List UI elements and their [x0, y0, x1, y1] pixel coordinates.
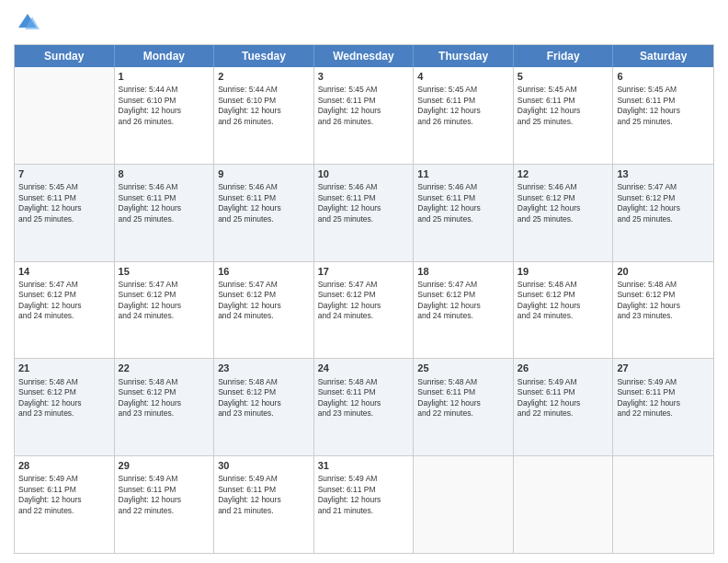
calendar-cell: 2Sunrise: 5:44 AM Sunset: 6:10 PM Daylig…	[214, 67, 314, 164]
day-info: Sunrise: 5:48 AM Sunset: 6:11 PM Dayligh…	[417, 377, 509, 419]
calendar-cell: 1Sunrise: 5:44 AM Sunset: 6:10 PM Daylig…	[115, 67, 215, 164]
day-number: 22	[119, 362, 210, 374]
header-day-friday: Friday	[514, 45, 614, 67]
day-number: 11	[417, 167, 509, 180]
day-number: 14	[18, 265, 110, 278]
calendar-cell: 13Sunrise: 5:47 AM Sunset: 6:12 PM Dayli…	[613, 165, 713, 261]
calendar-header: SundayMondayTuesdayWednesdayThursdayFrid…	[15, 45, 713, 67]
calendar-cell: 22Sunrise: 5:48 AM Sunset: 6:12 PM Dayli…	[115, 359, 215, 455]
day-info: Sunrise: 5:47 AM Sunset: 6:12 PM Dayligh…	[318, 280, 410, 322]
header-day-sunday: Sunday	[15, 45, 115, 67]
calendar-cell: 11Sunrise: 5:46 AM Sunset: 6:11 PM Dayli…	[414, 165, 514, 261]
day-number: 23	[218, 362, 310, 374]
calendar-cell	[414, 456, 514, 553]
day-number: 4	[417, 70, 509, 83]
calendar-cell: 14Sunrise: 5:47 AM Sunset: 6:12 PM Dayli…	[15, 262, 115, 359]
day-number: 24	[318, 362, 410, 374]
day-number: 28	[18, 459, 110, 472]
calendar-cell	[15, 67, 115, 164]
day-number: 27	[617, 362, 710, 374]
calendar-cell: 5Sunrise: 5:45 AM Sunset: 6:11 PM Daylig…	[514, 67, 614, 164]
calendar-cell: 4Sunrise: 5:45 AM Sunset: 6:11 PM Daylig…	[414, 67, 514, 164]
day-info: Sunrise: 5:45 AM Sunset: 6:11 PM Dayligh…	[417, 85, 509, 127]
day-number: 19	[518, 265, 609, 278]
calendar-cell: 28Sunrise: 5:49 AM Sunset: 6:11 PM Dayli…	[15, 456, 115, 553]
day-info: Sunrise: 5:49 AM Sunset: 6:11 PM Dayligh…	[119, 474, 210, 516]
day-info: Sunrise: 5:47 AM Sunset: 6:12 PM Dayligh…	[218, 280, 310, 322]
logo	[14, 9, 45, 37]
day-info: Sunrise: 5:49 AM Sunset: 6:11 PM Dayligh…	[18, 474, 110, 516]
calendar-row-1: 1Sunrise: 5:44 AM Sunset: 6:10 PM Daylig…	[15, 67, 713, 165]
day-number: 18	[417, 265, 509, 278]
calendar-cell	[514, 456, 614, 553]
day-info: Sunrise: 5:45 AM Sunset: 6:11 PM Dayligh…	[18, 182, 110, 224]
calendar-cell: 7Sunrise: 5:45 AM Sunset: 6:11 PM Daylig…	[15, 165, 115, 261]
day-number: 29	[119, 459, 210, 472]
day-number: 25	[417, 362, 509, 374]
day-info: Sunrise: 5:47 AM Sunset: 6:12 PM Dayligh…	[119, 280, 210, 322]
day-info: Sunrise: 5:47 AM Sunset: 6:12 PM Dayligh…	[617, 182, 710, 224]
calendar-cell: 17Sunrise: 5:47 AM Sunset: 6:12 PM Dayli…	[314, 262, 415, 359]
calendar-cell: 3Sunrise: 5:45 AM Sunset: 6:11 PM Daylig…	[314, 67, 415, 164]
day-info: Sunrise: 5:49 AM Sunset: 6:11 PM Dayligh…	[617, 377, 710, 419]
calendar-cell: 27Sunrise: 5:49 AM Sunset: 6:11 PM Dayli…	[613, 359, 713, 455]
day-info: Sunrise: 5:48 AM Sunset: 6:12 PM Dayligh…	[617, 280, 710, 322]
day-number: 30	[218, 459, 310, 472]
calendar-cell: 6Sunrise: 5:45 AM Sunset: 6:11 PM Daylig…	[613, 67, 713, 164]
header-day-saturday: Saturday	[613, 45, 713, 67]
day-info: Sunrise: 5:47 AM Sunset: 6:12 PM Dayligh…	[18, 280, 110, 322]
calendar-cell: 16Sunrise: 5:47 AM Sunset: 6:12 PM Dayli…	[214, 262, 314, 359]
calendar: SundayMondayTuesdayWednesdayThursdayFrid…	[14, 44, 714, 554]
day-info: Sunrise: 5:47 AM Sunset: 6:12 PM Dayligh…	[417, 280, 509, 322]
day-info: Sunrise: 5:48 AM Sunset: 6:12 PM Dayligh…	[18, 377, 110, 419]
calendar-cell	[613, 456, 713, 553]
day-info: Sunrise: 5:46 AM Sunset: 6:11 PM Dayligh…	[417, 182, 509, 224]
header	[14, 9, 714, 37]
day-number: 6	[617, 70, 710, 83]
day-number: 9	[218, 167, 310, 180]
day-info: Sunrise: 5:48 AM Sunset: 6:11 PM Dayligh…	[318, 377, 410, 419]
day-info: Sunrise: 5:48 AM Sunset: 6:12 PM Dayligh…	[119, 377, 210, 419]
day-number: 2	[218, 70, 310, 83]
logo-icon	[14, 9, 41, 37]
day-info: Sunrise: 5:45 AM Sunset: 6:11 PM Dayligh…	[617, 85, 710, 127]
day-info: Sunrise: 5:48 AM Sunset: 6:12 PM Dayligh…	[518, 280, 609, 322]
calendar-cell: 19Sunrise: 5:48 AM Sunset: 6:12 PM Dayli…	[514, 262, 614, 359]
calendar-body: 1Sunrise: 5:44 AM Sunset: 6:10 PM Daylig…	[15, 67, 713, 553]
day-number: 21	[18, 362, 110, 374]
day-number: 15	[119, 265, 210, 278]
header-day-tuesday: Tuesday	[214, 45, 314, 67]
calendar-cell: 8Sunrise: 5:46 AM Sunset: 6:11 PM Daylig…	[115, 165, 215, 261]
day-number: 13	[617, 167, 710, 180]
header-day-wednesday: Wednesday	[314, 45, 415, 67]
day-number: 8	[119, 167, 210, 180]
day-info: Sunrise: 5:46 AM Sunset: 6:11 PM Dayligh…	[119, 182, 210, 224]
day-number: 20	[617, 265, 710, 278]
day-number: 17	[318, 265, 410, 278]
day-number: 3	[318, 70, 410, 83]
day-number: 7	[18, 167, 110, 180]
day-number: 26	[518, 362, 609, 374]
day-number: 1	[119, 70, 210, 83]
calendar-row-2: 7Sunrise: 5:45 AM Sunset: 6:11 PM Daylig…	[15, 165, 713, 262]
day-info: Sunrise: 5:49 AM Sunset: 6:11 PM Dayligh…	[318, 474, 410, 516]
day-info: Sunrise: 5:45 AM Sunset: 6:11 PM Dayligh…	[318, 85, 410, 127]
header-day-monday: Monday	[115, 45, 215, 67]
calendar-cell: 12Sunrise: 5:46 AM Sunset: 6:12 PM Dayli…	[514, 165, 614, 261]
day-info: Sunrise: 5:45 AM Sunset: 6:11 PM Dayligh…	[518, 85, 609, 127]
calendar-cell: 31Sunrise: 5:49 AM Sunset: 6:11 PM Dayli…	[314, 456, 415, 553]
calendar-row-4: 21Sunrise: 5:48 AM Sunset: 6:12 PM Dayli…	[15, 359, 713, 456]
calendar-cell: 30Sunrise: 5:49 AM Sunset: 6:11 PM Dayli…	[214, 456, 314, 553]
calendar-cell: 15Sunrise: 5:47 AM Sunset: 6:12 PM Dayli…	[115, 262, 215, 359]
calendar-cell: 20Sunrise: 5:48 AM Sunset: 6:12 PM Dayli…	[613, 262, 713, 359]
calendar-row-3: 14Sunrise: 5:47 AM Sunset: 6:12 PM Dayli…	[15, 262, 713, 360]
calendar-cell: 23Sunrise: 5:48 AM Sunset: 6:12 PM Dayli…	[214, 359, 314, 455]
page-container: SundayMondayTuesdayWednesdayThursdayFrid…	[0, 0, 728, 563]
calendar-cell: 29Sunrise: 5:49 AM Sunset: 6:11 PM Dayli…	[115, 456, 215, 553]
day-number: 5	[518, 70, 609, 83]
day-info: Sunrise: 5:48 AM Sunset: 6:12 PM Dayligh…	[218, 377, 310, 419]
header-day-thursday: Thursday	[414, 45, 514, 67]
day-number: 31	[318, 459, 410, 472]
calendar-cell: 25Sunrise: 5:48 AM Sunset: 6:11 PM Dayli…	[414, 359, 514, 455]
day-info: Sunrise: 5:46 AM Sunset: 6:11 PM Dayligh…	[218, 182, 310, 224]
